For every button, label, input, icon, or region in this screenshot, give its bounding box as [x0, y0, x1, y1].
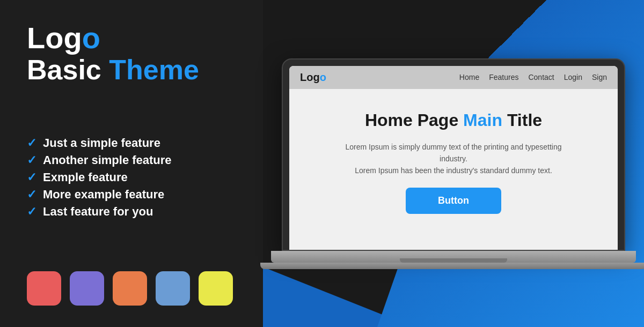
nav-link-home[interactable]: Home [459, 73, 479, 81]
nav-link-login[interactable]: Login [564, 73, 582, 81]
check-icon-1: ✓ [27, 136, 36, 150]
subtitle-blue: Theme [109, 54, 199, 85]
laptop-screen-inner: Logo Home Features Contact Login Sign Ho… [289, 66, 618, 250]
page-title-plain: Home Page [365, 110, 463, 130]
check-icon-2: ✓ [27, 153, 36, 167]
page-desc-line1: Lorem Ipsum is simply dummy text of the … [345, 143, 561, 163]
laptop-foot [260, 263, 644, 269]
color-swatches [27, 271, 236, 306]
blue-swatch[interactable] [156, 271, 190, 306]
feature-text-1: Just a simple feature [43, 136, 160, 150]
feature-item-5: ✓ Last feature for you [27, 205, 236, 219]
nav-link-contact[interactable]: Contact [528, 73, 554, 81]
page-title: Home Page Main Title [365, 110, 542, 130]
feature-text-4: More example feature [43, 188, 164, 202]
page-title-end: Title [502, 110, 542, 130]
laptop-mockup: Logo Home Features Contact Login Sign Ho… [276, 58, 631, 269]
feature-text-5: Last feature for you [43, 205, 153, 219]
logo-title: Logo [27, 21, 236, 55]
feature-item-2: ✓ Another simple feature [27, 153, 236, 167]
browser-logo: Logo [300, 71, 326, 84]
page-title-blue: Main [463, 110, 502, 130]
check-icon-3: ✓ [27, 170, 36, 184]
feature-item-3: ✓ Exmple feature [27, 170, 236, 184]
left-panel: Logo Basic Theme ✓ Just a simple feature… [0, 0, 263, 327]
browser-logo-blue: o [320, 71, 326, 83]
feature-text-3: Exmple feature [43, 170, 128, 184]
browser-nav-links: Home Features Contact Login Sign [459, 73, 607, 81]
subtitle: Basic Theme [27, 55, 236, 85]
laptop-screen-outer: Logo Home Features Contact Login Sign Ho… [282, 58, 625, 251]
red-swatch[interactable] [27, 271, 61, 306]
page-cta-button[interactable]: Button [406, 188, 501, 214]
features-list: ✓ Just a simple feature ✓ Another simple… [27, 95, 236, 261]
right-panel: Logo Home Features Contact Login Sign Ho… [263, 0, 644, 327]
feature-text-2: Another simple feature [43, 153, 172, 167]
yellow-swatch[interactable] [199, 271, 233, 306]
nav-link-features[interactable]: Features [489, 73, 518, 81]
browser-navbar: Logo Home Features Contact Login Sign [289, 66, 618, 89]
page-description: Lorem Ipsum is simply dummy text of the … [341, 141, 566, 177]
check-icon-4: ✓ [27, 188, 36, 202]
feature-item-1: ✓ Just a simple feature [27, 136, 236, 150]
feature-item-4: ✓ More example feature [27, 188, 236, 202]
laptop-base [271, 251, 636, 263]
check-icon-5: ✓ [27, 205, 36, 219]
logo-section: Logo Basic Theme [27, 21, 236, 85]
page-desc-line2: Lorem Ipsum has been the industry's stan… [355, 166, 552, 175]
purple-swatch[interactable] [70, 271, 104, 306]
orange-swatch[interactable] [113, 271, 147, 306]
nav-link-sign[interactable]: Sign [592, 73, 607, 81]
browser-content: Home Page Main Title Lorem Ipsum is simp… [289, 89, 618, 250]
subtitle-plain: Basic [27, 54, 109, 85]
